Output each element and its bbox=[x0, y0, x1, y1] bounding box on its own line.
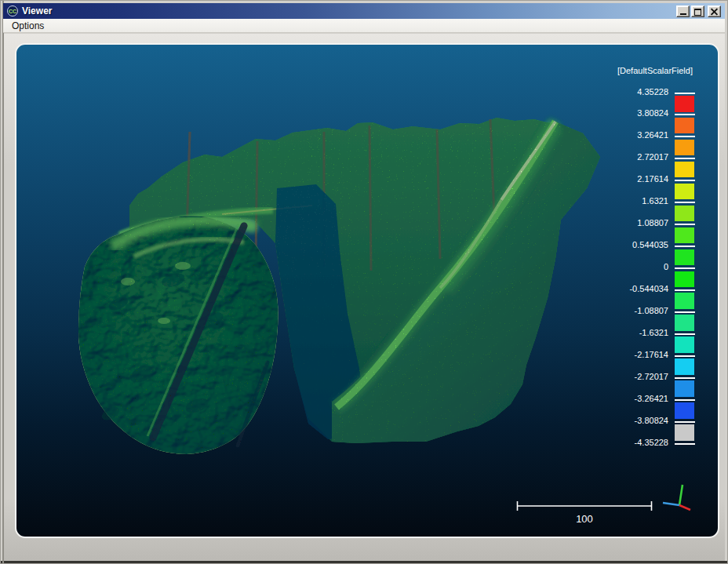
scalar-field-swatch bbox=[675, 424, 694, 441]
scalar-field-swatch bbox=[675, 162, 694, 178]
scalar-field-tick bbox=[675, 443, 695, 445]
scalar-field-tick-label: -3.80824 bbox=[594, 416, 668, 426]
scalar-field-swatch bbox=[675, 271, 694, 288]
point-cloud-dome bbox=[78, 216, 278, 454]
scalar-field-tick bbox=[675, 202, 695, 203]
menu-item-options[interactable]: Options bbox=[7, 20, 49, 32]
scalar-field-tick bbox=[675, 224, 695, 225]
viewport-3d[interactable]: 100 [DefaultScalarField] 4.352283.808243… bbox=[15, 43, 719, 538]
scalar-field-tick-label: -3.26421 bbox=[594, 394, 668, 404]
scalar-field-tick-label: -1.08807 bbox=[594, 306, 668, 316]
scalar-field-swatch bbox=[675, 380, 694, 397]
scalar-field-tick-label: 3.80824 bbox=[594, 108, 668, 118]
viewer-window: CC Viewer Options bbox=[0, 0, 728, 564]
minimize-icon bbox=[680, 13, 686, 15]
scalar-field-tick-label: 1.08807 bbox=[594, 218, 668, 228]
scalar-field-tick-label: 4.35228 bbox=[594, 87, 668, 97]
scalar-field-swatch bbox=[675, 293, 694, 309]
scalar-field-tick bbox=[675, 377, 695, 379]
scalar-field-swatch bbox=[675, 337, 694, 353]
scalar-field-tick-label: 3.26421 bbox=[594, 130, 668, 140]
scalar-field-tick bbox=[675, 333, 695, 335]
scalar-field-swatch bbox=[675, 227, 694, 244]
scalar-field-tick bbox=[675, 158, 695, 159]
scalar-field-tick bbox=[675, 289, 695, 291]
scalar-field-tick-label: -2.72017 bbox=[594, 372, 668, 382]
scalar-field-tick-label: 0 bbox=[594, 262, 668, 272]
scalar-field-tick bbox=[675, 355, 695, 357]
scalar-field-swatch bbox=[675, 206, 694, 222]
scalar-field-swatch bbox=[675, 402, 694, 419]
maximize-icon bbox=[694, 9, 701, 16]
scalar-field-swatch bbox=[675, 315, 694, 331]
close-icon bbox=[708, 6, 720, 16]
window-frame: 100 [DefaultScalarField] 4.352283.808243… bbox=[3, 34, 725, 561]
scalar-field-tick bbox=[675, 114, 695, 115]
scalar-field-swatch bbox=[675, 140, 694, 156]
window-controls bbox=[676, 5, 721, 17]
scalar-field-tick bbox=[675, 421, 695, 423]
scalar-field-title: [DefaultScalarField] bbox=[617, 66, 693, 75]
scalar-field-tick-label: -2.17614 bbox=[594, 350, 668, 360]
scalar-field-tick-label: 2.17614 bbox=[594, 174, 668, 184]
scalar-field-tick-label: 0.544035 bbox=[594, 240, 668, 250]
scalar-field-swatch bbox=[675, 184, 694, 200]
scalar-field-tick-label: -1.6321 bbox=[594, 328, 668, 338]
minimize-button[interactable] bbox=[676, 5, 690, 17]
maximize-button[interactable] bbox=[691, 5, 704, 17]
scalar-field-tick bbox=[675, 93, 695, 94]
scalar-field-tick bbox=[675, 267, 695, 269]
scalar-field-tick bbox=[675, 136, 695, 137]
scalar-field-tick bbox=[675, 311, 695, 313]
scalar-field-tick-label: 2.72017 bbox=[594, 152, 668, 162]
scalar-field-swatch bbox=[675, 249, 694, 266]
scalar-field-swatch bbox=[675, 96, 694, 112]
scalar-field-tick bbox=[675, 399, 695, 401]
scalar-field-swatch bbox=[675, 358, 694, 375]
title-bar[interactable]: CC Viewer bbox=[3, 3, 725, 19]
menu-bar: Options bbox=[3, 19, 725, 33]
point-cloud bbox=[78, 118, 600, 454]
scalar-field-swatch bbox=[675, 118, 694, 134]
scalar-field-tick-label: -4.35228 bbox=[594, 438, 668, 448]
window-title: Viewer bbox=[22, 5, 52, 16]
scalar-field-legend: [DefaultScalarField] 4.352283.808243.264… bbox=[569, 45, 694, 537]
scalar-field-tick bbox=[675, 246, 695, 247]
scalar-field-tick bbox=[675, 180, 695, 181]
scalar-field-tick-label: 1.6321 bbox=[594, 196, 668, 206]
close-button[interactable] bbox=[708, 5, 721, 17]
scalar-field-tick-label: -0.544034 bbox=[594, 284, 668, 294]
cloudcompare-logo-icon: CC bbox=[7, 5, 18, 16]
